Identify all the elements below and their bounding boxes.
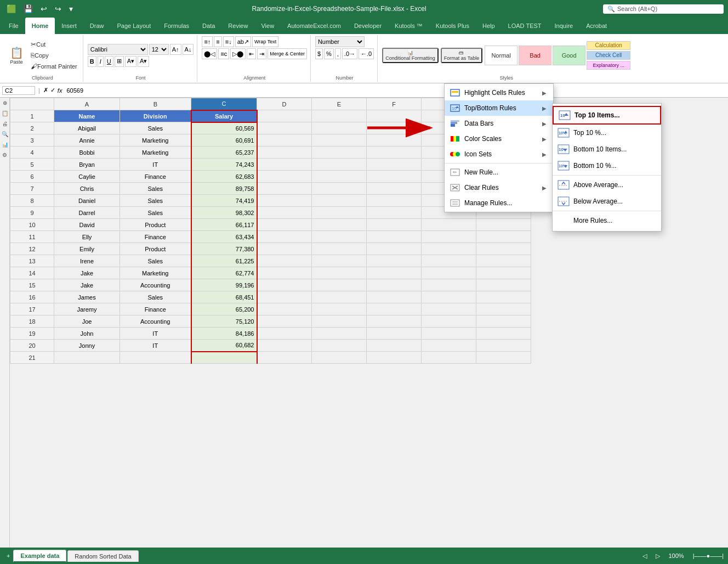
confirm-formula-icon[interactable]: ✓ xyxy=(50,87,55,94)
save-icon[interactable]: 💾 xyxy=(21,3,35,14)
tab-kutools[interactable]: Kutools ™ xyxy=(388,18,429,34)
customize-icon[interactable]: ▾ xyxy=(67,3,75,14)
align-top-left-button[interactable]: ≡↑ xyxy=(202,36,213,47)
cell-salary-6[interactable]: 62,683 xyxy=(191,171,257,183)
italic-button[interactable]: I xyxy=(98,56,104,67)
cell-division-6[interactable]: Finance xyxy=(120,171,191,183)
tab-developer[interactable]: Developer xyxy=(348,18,388,34)
comma-button[interactable]: , xyxy=(335,48,341,59)
cell-salary-3[interactable]: 60,691 xyxy=(191,134,257,146)
cell-division-12[interactable]: Product xyxy=(120,243,191,255)
tab-view[interactable]: View xyxy=(254,18,281,34)
function-icon[interactable]: fx xyxy=(58,87,62,94)
menu-data-bars[interactable]: Data Bars ▶ xyxy=(445,116,553,131)
increase-indent-button[interactable]: ⇥ xyxy=(257,48,266,59)
style-check-cell[interactable]: Check Cell xyxy=(587,51,630,60)
menu-color-scales[interactable]: Color Scales ▶ xyxy=(445,131,553,146)
cell-name-18[interactable]: Joe xyxy=(54,315,120,328)
cell-name-12[interactable]: Emily xyxy=(54,243,120,255)
cell-salary-5[interactable]: 74,243 xyxy=(191,159,257,171)
row-header-15[interactable]: 15 xyxy=(10,279,54,291)
cell-name-8[interactable]: Daniel xyxy=(54,195,120,207)
cell-salary-10[interactable]: 66,117 xyxy=(191,219,257,231)
row-header-11[interactable]: 11 xyxy=(10,231,54,243)
increase-decimal-button[interactable]: .0→ xyxy=(342,48,357,59)
decrease-font-button[interactable]: A↓ xyxy=(183,44,194,55)
number-format-select[interactable]: Number xyxy=(315,36,365,47)
undo-icon[interactable]: ↩ xyxy=(38,3,49,14)
col-header-b[interactable]: B xyxy=(120,98,191,110)
underline-button[interactable]: U xyxy=(105,56,113,67)
decrease-indent-button[interactable]: ⇤ xyxy=(247,48,256,59)
cell-division-17[interactable]: Finance xyxy=(120,303,191,315)
cancel-formula-icon[interactable]: ✗ xyxy=(43,87,48,94)
merge-center-button[interactable]: Merge & Center xyxy=(268,48,307,59)
cell-name-21[interactable] xyxy=(54,352,120,364)
cell-salary-12[interactable]: 77,380 xyxy=(191,243,257,255)
fill-color-button[interactable]: A▾ xyxy=(125,56,136,67)
col-header-f[interactable]: F xyxy=(367,98,422,110)
cell-salary-11[interactable]: 63,434 xyxy=(191,231,257,243)
cell-name-20[interactable]: Jonny xyxy=(54,340,120,352)
cell-reference-box[interactable] xyxy=(2,86,35,95)
row-header-20[interactable]: 20 xyxy=(10,340,54,352)
submenu-above-avg[interactable]: Above Average... xyxy=(553,177,661,193)
search-box[interactable]: 🔍 Search (Alt+Q) xyxy=(603,4,724,14)
cell-salary-9[interactable]: 98,302 xyxy=(191,207,257,219)
cell-name-5[interactable]: Bryan xyxy=(54,159,120,171)
submenu-top10-pct[interactable]: 10% Top 10 %... xyxy=(553,125,661,141)
col-header-d[interactable]: D xyxy=(257,98,312,110)
tab-home[interactable]: Home xyxy=(25,18,55,34)
status-scroll-right[interactable]: ▷ xyxy=(656,552,660,560)
cell-division-9[interactable]: Sales xyxy=(120,207,191,219)
conditional-formatting-menu[interactable]: Highlight Cells Rules ▶ 10 Top/Bottom Ru… xyxy=(444,83,554,212)
header-cell-name[interactable]: Name xyxy=(54,110,120,122)
cell-name-16[interactable]: James xyxy=(54,291,120,303)
row-header-14[interactable]: 14 xyxy=(10,267,54,279)
cell-name-15[interactable]: Jake xyxy=(54,279,120,291)
tab-acrobat[interactable]: Acrobat xyxy=(579,18,613,34)
cell-name-14[interactable]: Jake xyxy=(54,267,120,279)
redo-icon[interactable]: ↪ xyxy=(53,3,64,14)
sidebar-icon-1[interactable]: ⊕ xyxy=(3,100,7,106)
menu-new-rule[interactable]: ✏ New Rule... xyxy=(445,165,553,180)
cell-salary-17[interactable]: 65,200 xyxy=(191,303,257,315)
col-header-a[interactable]: A xyxy=(54,98,120,110)
submenu-top10-items[interactable]: 10 Top 10 Items... xyxy=(553,106,661,125)
tab-data[interactable]: Data xyxy=(196,18,221,34)
status-scroll-left[interactable]: ◁ xyxy=(642,552,647,560)
cell-division-16[interactable]: Sales xyxy=(120,291,191,303)
sidebar-icon-6[interactable]: ⚙ xyxy=(2,152,7,158)
cell-division-18[interactable]: Accounting xyxy=(120,315,191,328)
cell-salary-7[interactable]: 89,758 xyxy=(191,183,257,195)
row-header-8[interactable]: 8 xyxy=(10,195,54,207)
font-size-select[interactable]: 12 xyxy=(149,44,169,55)
menu-icon-sets[interactable]: Icon Sets ▶ xyxy=(445,146,553,162)
cell-division-5[interactable]: IT xyxy=(120,159,191,171)
align-right-button[interactable]: ▷⬤ xyxy=(230,48,246,59)
row-header-19[interactable]: 19 xyxy=(10,328,54,340)
currency-button[interactable]: $ xyxy=(315,48,323,59)
sidebar-icon-3[interactable]: 🖨 xyxy=(2,121,8,127)
wrap-text-button[interactable]: Wrap Text xyxy=(252,36,278,47)
cut-button[interactable]: ✂ Cut xyxy=(29,40,79,49)
row-header-21[interactable]: 21 xyxy=(10,352,54,364)
font-color-button[interactable]: A▾ xyxy=(138,56,149,67)
tab-help[interactable]: Help xyxy=(476,18,502,34)
row-header-10[interactable]: 10 xyxy=(10,219,54,231)
row-header-12[interactable]: 12 xyxy=(10,243,54,255)
row-header-13[interactable]: 13 xyxy=(10,255,54,267)
tab-insert[interactable]: Insert xyxy=(55,18,83,34)
formula-input[interactable] xyxy=(64,87,726,94)
align-center-button[interactable]: ≡c xyxy=(218,48,229,59)
cell-salary-13[interactable]: 61,225 xyxy=(191,255,257,267)
header-cell-salary[interactable]: Salary xyxy=(191,110,257,122)
tab-automateexcel[interactable]: AutomateExcel.com xyxy=(281,18,348,34)
cell-salary-21[interactable] xyxy=(191,352,257,364)
sheet-tab-random[interactable]: Random Sorted Data xyxy=(67,550,138,562)
align-bottom-right-button[interactable]: ≡↓ xyxy=(223,36,234,47)
cell-salary-20[interactable]: 60,682 xyxy=(191,340,257,352)
cell-name-9[interactable]: Darrel xyxy=(54,207,120,219)
status-zoom-slider[interactable]: |——●——| xyxy=(693,552,724,559)
row-header-4[interactable]: 4 xyxy=(10,146,54,159)
